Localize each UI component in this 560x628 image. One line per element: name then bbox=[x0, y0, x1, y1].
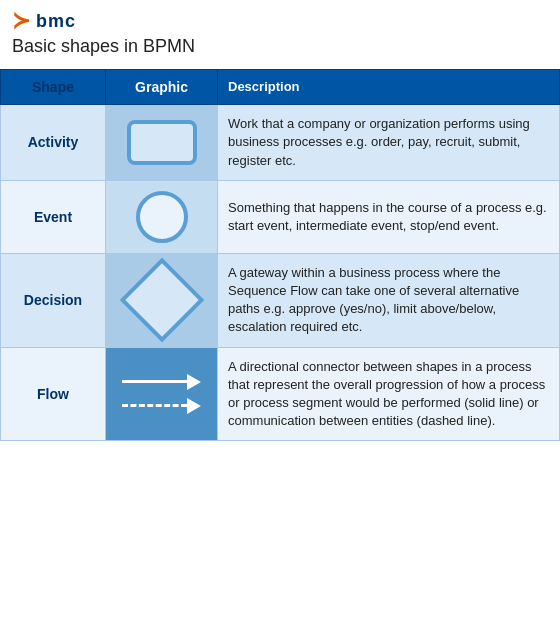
flow-solid-line bbox=[122, 374, 201, 390]
shape-name-decision: Decision bbox=[1, 253, 106, 347]
header-shape: Shape bbox=[1, 70, 106, 105]
desc-event: Something that happens in the course of … bbox=[218, 180, 560, 253]
dashed-arrow bbox=[187, 398, 201, 414]
table-row: Decision A gateway within a business pro… bbox=[1, 253, 560, 347]
dashed-line bbox=[122, 404, 187, 407]
desc-flow: A directional connector between shapes i… bbox=[218, 347, 560, 441]
table-row: Activity Work that a company or organiza… bbox=[1, 105, 560, 181]
graphic-decision bbox=[106, 253, 218, 347]
table-header-row: Shape Graphic Description bbox=[1, 70, 560, 105]
shape-name-event: Event bbox=[1, 180, 106, 253]
desc-activity: Work that a company or organization perf… bbox=[218, 105, 560, 181]
desc-decision: A gateway within a business process wher… bbox=[218, 253, 560, 347]
logo-text: bmc bbox=[36, 11, 76, 32]
graphic-event bbox=[106, 180, 218, 253]
shape-name-flow: Flow bbox=[1, 347, 106, 441]
shape-name-activity: Activity bbox=[1, 105, 106, 181]
solid-arrow bbox=[187, 374, 201, 390]
bpmn-shapes-table: Shape Graphic Description Activity Work … bbox=[0, 69, 560, 441]
logo: ≻ bmc bbox=[12, 10, 548, 32]
page-header: ≻ bmc Basic shapes in BPMN bbox=[0, 0, 560, 69]
table-row: Event Something that happens in the cour… bbox=[1, 180, 560, 253]
header-graphic: Graphic bbox=[106, 70, 218, 105]
table-row: Flow A directional connector between sha… bbox=[1, 347, 560, 441]
decision-diamond-icon bbox=[119, 258, 204, 343]
event-circle-icon bbox=[136, 191, 188, 243]
flow-dashed-line bbox=[122, 398, 201, 414]
page-title: Basic shapes in BPMN bbox=[12, 36, 548, 57]
logo-icon: ≻ bbox=[12, 10, 30, 32]
header-description: Description bbox=[218, 70, 560, 105]
flow-lines-icon bbox=[116, 374, 207, 414]
solid-line bbox=[122, 380, 187, 383]
graphic-flow bbox=[106, 347, 218, 441]
graphic-activity bbox=[106, 105, 218, 181]
activity-rectangle-icon bbox=[127, 120, 197, 165]
